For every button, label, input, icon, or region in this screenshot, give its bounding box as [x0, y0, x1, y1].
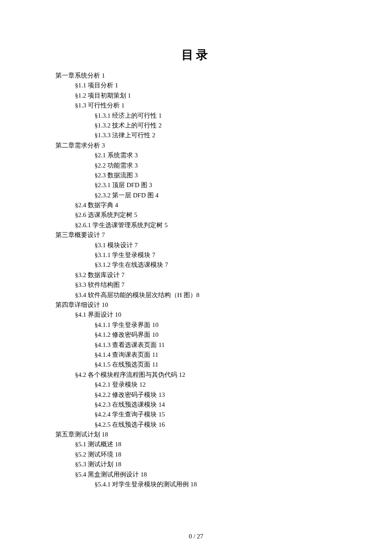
toc-entry: §1.2 项目初期策划 1: [55, 91, 337, 101]
toc-entry: §3.1 模块设计 7: [55, 240, 337, 250]
toc-entry: §1.3 可行性分析 1: [55, 101, 337, 110]
toc-entry: §2.1 系统需求 3: [55, 150, 337, 160]
toc-entry: 第三章概要设计 7: [55, 230, 337, 240]
toc-entry: §3.1.1 学生登录模块 7: [55, 250, 337, 260]
toc-entry: §4.1.4 查询课表页面 11: [55, 350, 337, 360]
toc-entry: §1.1 项目分析 1: [55, 81, 337, 90]
toc-entry: §2.3.1 顶层 DFD 图 3: [55, 180, 337, 190]
toc-entry: 第五章测试计划 18: [55, 430, 337, 439]
toc-entry: §4.2 各个模块程序流程图与其伪代码 12: [55, 370, 337, 380]
toc-entry: §4.1.1 学生登录界面 10: [55, 320, 337, 330]
toc-entry: §4.1.5 在线预选页面 11: [55, 360, 337, 370]
toc-entry: §2.2 功能需求 3: [55, 161, 337, 171]
toc-entry: §4.1 界面设计 10: [55, 310, 337, 320]
toc-entry: §4.2.5 在线预选子模块 16: [55, 420, 337, 430]
page-number: 0 / 27: [0, 533, 392, 540]
toc-entry: 第四章详细设计 10: [55, 300, 337, 310]
toc-entry: §4.2.2 修改密码子模块 13: [55, 390, 337, 400]
table-of-contents: 第一章系统分析 1§1.1 项目分析 1§1.2 项目初期策划 1§1.3 可行…: [55, 71, 337, 489]
toc-entry: §2.4 数据字典 4: [55, 200, 337, 210]
toc-entry: §4.2.3 在线预选课模块 14: [55, 400, 337, 410]
toc-entry: §1.3.2 技术上的可行性 2: [55, 121, 337, 130]
toc-entry: §4.2.4 学生查询子模块 15: [55, 410, 337, 419]
toc-entry: 第一章系统分析 1: [55, 71, 337, 81]
toc-entry: §1.3.1 经济上的可行性 1: [55, 111, 337, 121]
toc-entry: §5.1 测试概述 18: [55, 439, 337, 449]
toc-entry: §3.4 软件高层功能的模块层次结构（H 图）8: [55, 290, 337, 300]
toc-entry: §2.6.1 学生选课管理系统判定树 5: [55, 220, 337, 230]
toc-entry: §1.3.3 法律上可行性 2: [55, 130, 337, 140]
toc-entry: §3.1.2 学生在线选课模块 7: [55, 260, 337, 270]
toc-entry: §2.6 选课系统判定树 5: [55, 210, 337, 220]
toc-entry: §5.3 测试计划 18: [55, 460, 337, 469]
toc-entry: 第二章需求分析 3: [55, 141, 337, 150]
toc-entry: §5.4.1 对学生登录模块的测试用例 18: [55, 480, 337, 489]
document-page: 目录 第一章系统分析 1§1.1 项目分析 1§1.2 项目初期策划 1§1.3…: [0, 0, 392, 515]
toc-entry: §4.1.2 修改密码界面 10: [55, 330, 337, 340]
toc-entry: §2.3.2 第一层 DFD 图 4: [55, 191, 337, 200]
page-title: 目录: [55, 47, 337, 63]
toc-entry: §2.3 数据流图 3: [55, 171, 337, 180]
toc-entry: §4.2.1 登录模块 12: [55, 380, 337, 390]
toc-entry: §3.2 数据库设计 7: [55, 270, 337, 280]
toc-entry: §5.4 黑盒测试用例设计 18: [55, 470, 337, 480]
toc-entry: §3.3 软件结构图 7: [55, 280, 337, 290]
toc-entry: §4.1.3 查看选课表页面 11: [55, 340, 337, 350]
toc-entry: §5.2 测试环境 18: [55, 450, 337, 460]
